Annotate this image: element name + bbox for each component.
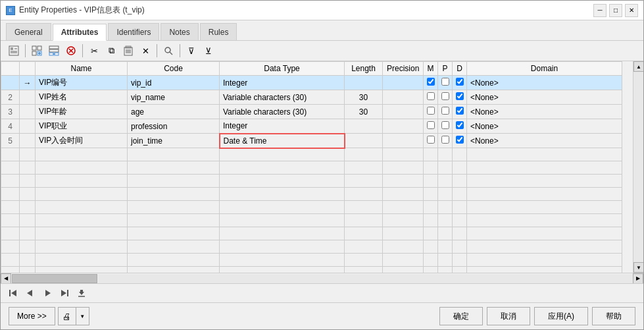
close-button[interactable]: ✕	[625, 4, 638, 17]
insert-button[interactable]	[46, 43, 62, 58]
add-row-button[interactable]	[29, 43, 45, 58]
table-row-empty	[1, 214, 622, 227]
delete-button[interactable]	[63, 43, 79, 58]
maximize-button[interactable]: □	[609, 4, 622, 17]
print-area: 🖨 ▼	[58, 307, 89, 325]
paste-button[interactable]	[120, 43, 136, 58]
tab-rules[interactable]: Rules	[200, 23, 237, 40]
cell-length[interactable]: 30	[345, 90, 383, 105]
cell-d[interactable]	[453, 119, 467, 134]
cell-name[interactable]: VIP编号	[36, 76, 128, 90]
table-row[interactable]: 2 VIP姓名 vip_name Variable characters (30…	[1, 90, 622, 105]
download-button[interactable]	[74, 287, 89, 300]
scrollbar-horizontal[interactable]: ◀ ▶	[1, 273, 643, 283]
table-row[interactable]: → VIP编号 vip_id Integer <None>	[1, 76, 622, 90]
cell-code[interactable]: vip_id	[128, 76, 220, 90]
cell-m[interactable]	[424, 134, 438, 148]
scroll-left-arrow[interactable]: ◀	[1, 273, 11, 284]
cell-precision[interactable]	[383, 76, 424, 90]
cell-p[interactable]	[438, 105, 453, 119]
next-button[interactable]	[40, 287, 55, 300]
cell-precision[interactable]	[383, 134, 424, 148]
cell-d[interactable]	[453, 105, 467, 119]
scrollbar-vertical[interactable]: ▲ ▼	[633, 61, 643, 273]
cell-domain[interactable]: <None>	[467, 119, 622, 134]
cell-d[interactable]	[453, 90, 467, 105]
attributes-table: Name Code Data Type Length Precision M P…	[1, 61, 622, 273]
cell-name[interactable]: VIP入会时间	[36, 134, 128, 148]
cell-datatype[interactable]: Variable characters (30)	[220, 105, 345, 119]
filter-button[interactable]: ⊽	[184, 43, 199, 58]
scroll-up-arrow[interactable]: ▲	[633, 61, 643, 72]
cell-precision[interactable]	[383, 105, 424, 119]
table-row[interactable]: 5 VIP入会时间 join_time Date & Time <None>	[1, 134, 622, 148]
find-button[interactable]	[161, 43, 176, 58]
filter-off-button[interactable]: ⊻	[201, 43, 216, 58]
cancel-button[interactable]: 取消	[487, 307, 530, 325]
scroll-track-horizontal	[98, 274, 633, 283]
cell-precision[interactable]	[383, 90, 424, 105]
minimize-button[interactable]: ─	[593, 4, 607, 17]
more-button[interactable]: More >>	[9, 307, 55, 325]
properties-button[interactable]	[6, 43, 22, 58]
table-row-empty	[1, 175, 622, 188]
cut-button[interactable]: ✂	[86, 43, 102, 58]
cell-precision[interactable]	[383, 119, 424, 134]
cell-name[interactable]: VIP年龄	[36, 105, 128, 119]
cell-length[interactable]	[345, 119, 383, 134]
scroll-down-arrow[interactable]: ▼	[633, 262, 643, 273]
svg-marker-28	[27, 290, 32, 296]
cell-m[interactable]	[424, 105, 438, 119]
table-row[interactable]: 4 VIP职业 profession Integer <None>	[1, 119, 622, 134]
ok-button[interactable]: 确定	[439, 307, 483, 325]
table-header: Name Code Data Type Length Precision M P…	[1, 62, 622, 76]
first-button[interactable]	[6, 287, 20, 300]
scroll-right-arrow[interactable]: ▶	[633, 273, 643, 284]
cell-code[interactable]: age	[128, 105, 220, 119]
table-row-empty	[1, 201, 622, 214]
cell-d[interactable]	[453, 134, 467, 148]
cell-datatype[interactable]: Date & Time	[220, 134, 345, 148]
cell-p[interactable]	[438, 76, 453, 90]
print-dropdown-button[interactable]: ▼	[76, 307, 89, 325]
cell-length[interactable]	[345, 76, 383, 90]
table-row-empty	[1, 148, 622, 161]
table-area: Name Code Data Type Length Precision M P…	[1, 61, 643, 303]
table-row[interactable]: 3 VIP年龄 age Variable characters (30) 30 …	[1, 105, 622, 119]
cell-name[interactable]: VIP职业	[36, 119, 128, 134]
cell-p[interactable]	[438, 119, 453, 134]
apply-button[interactable]: 应用(A)	[534, 307, 588, 325]
tab-general[interactable]: General	[6, 23, 51, 40]
tab-identifiers[interactable]: Identifiers	[108, 23, 159, 40]
cell-length[interactable]	[345, 134, 383, 148]
cell-code[interactable]: vip_name	[128, 90, 220, 105]
col-header-p: P	[438, 62, 453, 76]
window-title: Entity Properties - VIP信息表 (t_vip)	[19, 5, 145, 16]
cell-m[interactable]	[424, 76, 438, 90]
cell-domain[interactable]: <None>	[467, 76, 622, 90]
cell-code[interactable]: profession	[128, 119, 220, 134]
cell-length[interactable]: 30	[345, 105, 383, 119]
cell-datatype[interactable]: Variable characters (30)	[220, 90, 345, 105]
help-button[interactable]: 帮助	[592, 307, 635, 325]
tab-attributes[interactable]: Attributes	[53, 24, 107, 41]
print-button[interactable]: 🖨	[58, 307, 76, 325]
cell-domain[interactable]: <None>	[467, 105, 622, 119]
tab-notes[interactable]: Notes	[161, 23, 198, 40]
cell-domain[interactable]: <None>	[467, 90, 622, 105]
prev-button[interactable]	[23, 287, 37, 300]
clear-button[interactable]: ✕	[137, 43, 153, 58]
cell-d[interactable]	[453, 76, 467, 90]
last-button[interactable]	[57, 287, 72, 300]
cell-m[interactable]	[424, 90, 438, 105]
copy-button[interactable]: ⧉	[103, 43, 119, 58]
cell-code[interactable]: join_time	[128, 134, 220, 148]
cell-p[interactable]	[438, 134, 453, 148]
cell-name[interactable]: VIP姓名	[36, 90, 128, 105]
cell-domain[interactable]: <None>	[467, 134, 622, 148]
cell-datatype[interactable]: Integer	[220, 119, 345, 134]
cell-m[interactable]	[424, 119, 438, 134]
cell-datatype[interactable]: Integer	[220, 76, 345, 90]
cell-rownum	[1, 76, 20, 90]
cell-p[interactable]	[438, 90, 453, 105]
